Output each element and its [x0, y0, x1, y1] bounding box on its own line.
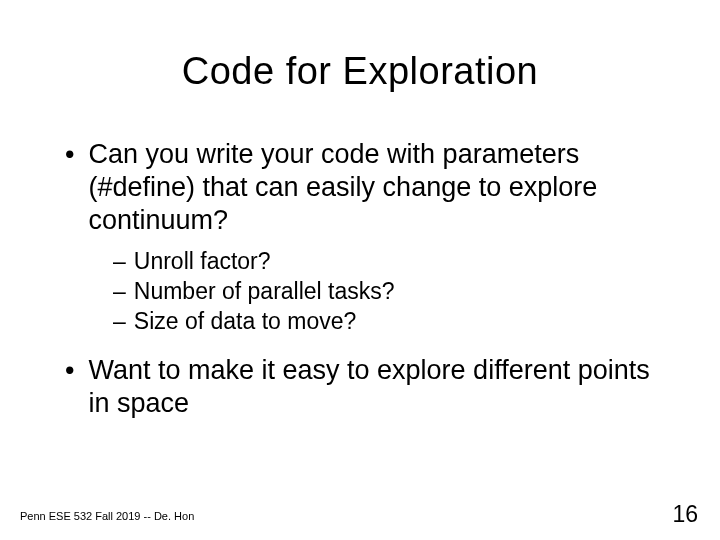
bullet-text: Size of data to move?: [134, 307, 356, 337]
bullet-text: Number of parallel tasks?: [134, 277, 395, 307]
slide: Code for Exploration • Can you write you…: [0, 0, 720, 540]
bullet-marker: –: [113, 307, 126, 337]
page-number: 16: [672, 501, 698, 528]
bullet-marker: •: [65, 138, 74, 237]
bullet-level-1: • Want to make it easy to explore differ…: [65, 354, 660, 420]
bullet-level-2: – Unroll factor?: [113, 247, 660, 277]
bullet-marker: •: [65, 354, 74, 420]
bullet-marker: –: [113, 277, 126, 307]
content-body: • Can you write your code with parameter…: [60, 138, 660, 420]
bullet-text: Want to make it easy to explore differen…: [88, 354, 660, 420]
bullet-level-2: – Size of data to move?: [113, 307, 660, 337]
bullet-text: Unroll factor?: [134, 247, 271, 277]
bullet-level-2: – Number of parallel tasks?: [113, 277, 660, 307]
sub-list: – Unroll factor? – Number of parallel ta…: [65, 247, 660, 337]
bullet-marker: –: [113, 247, 126, 277]
slide-title: Code for Exploration: [60, 50, 660, 93]
bullet-level-1: • Can you write your code with parameter…: [65, 138, 660, 237]
bullet-text: Can you write your code with parameters …: [88, 138, 660, 237]
footer-text: Penn ESE 532 Fall 2019 -- De. Hon: [20, 510, 194, 522]
